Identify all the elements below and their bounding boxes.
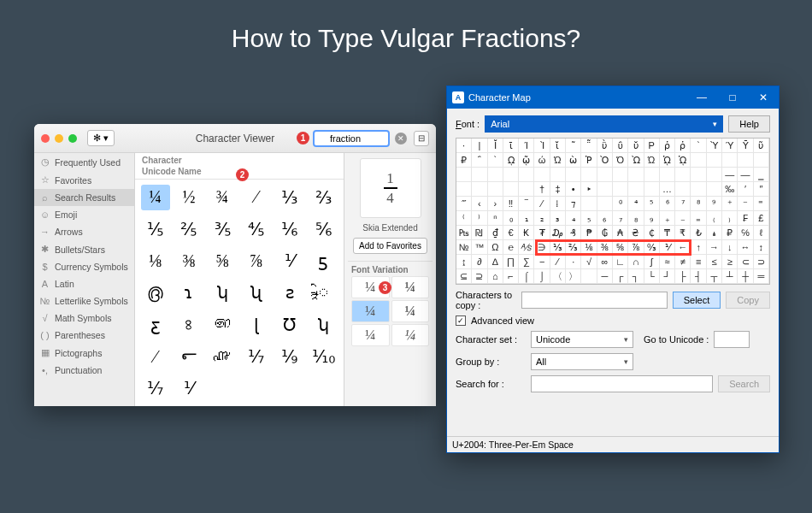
charmap-cell[interactable]: ≈ (660, 255, 675, 269)
font-select[interactable]: Arial (485, 115, 723, 133)
char-cell[interactable]: ⅟ (275, 248, 304, 274)
charmap-cell[interactable]: ⅟ (660, 240, 675, 255)
charmap-cell[interactable] (472, 168, 487, 182)
charmap-cell[interactable]: ⁶ (660, 197, 675, 211)
charmap-cell[interactable]: ⌐ (503, 269, 519, 284)
sidebar-item-frequently-used[interactable]: ◷Frequently Used (34, 153, 134, 171)
charmap-cell[interactable]: ₋ (675, 211, 691, 226)
charmap-cell[interactable]: ῁ (581, 139, 597, 153)
char-cell[interactable]: ɭ (242, 312, 271, 338)
charmap-cell[interactable]: ↨ (456, 255, 472, 269)
charmap-cell[interactable]: Ύ (722, 139, 738, 153)
charmap-cell[interactable]: ⁾ (472, 211, 487, 226)
charmap-cell[interactable]: ῤ (675, 139, 691, 153)
char-cell[interactable]: ൷ (208, 344, 237, 369)
gear-menu-button[interactable]: ✻ ▾ (87, 130, 115, 146)
charmap-cell[interactable]: ₼ (707, 226, 722, 240)
charmap-cell[interactable]: ⅞ (628, 240, 644, 255)
char-cell[interactable]: ⅜ (174, 248, 203, 274)
charmap-cell[interactable]: ⅔ (566, 240, 581, 255)
char-cell[interactable]: ൫ (141, 280, 170, 305)
charmap-cell[interactable]: ₎ (722, 211, 738, 226)
charmap-cell[interactable] (754, 153, 769, 168)
collapse-icon[interactable]: ⊟ (414, 131, 429, 146)
charmap-cell[interactable]: ₁ (519, 211, 534, 226)
charmap-cell[interactable]: ₽ (456, 153, 472, 168)
charmap-cell[interactable]: ≠ (675, 255, 691, 269)
charmap-cell[interactable]: ┐ (628, 269, 644, 284)
charmap-cell[interactable] (675, 182, 691, 197)
char-cell[interactable]: ⅗ (208, 216, 237, 242)
font-variation-cell[interactable]: ¼ (391, 300, 430, 322)
charmap-cell[interactable]: ὼ (566, 153, 581, 168)
charmap-cell[interactable]: 〉 (566, 269, 581, 284)
char-cell[interactable]: ƹ (141, 312, 170, 338)
charmap-cell[interactable]: ⁰ (613, 197, 628, 211)
charmap-cell[interactable]: ‴ (456, 197, 472, 211)
clear-search-icon[interactable]: ✕ (395, 133, 407, 144)
charmap-cell[interactable]: … (660, 182, 675, 197)
charmap-cell[interactable] (613, 182, 628, 197)
charset-select[interactable]: Unicode (531, 331, 633, 348)
char-cell[interactable]: Ʊ (275, 312, 304, 338)
charmap-cell[interactable]: ₵ (644, 226, 660, 240)
help-button[interactable]: Help (728, 115, 770, 133)
charmap-cell[interactable]: | (472, 139, 487, 153)
chars-to-copy-input[interactable] (521, 292, 668, 309)
charmap-cell[interactable]: ‣ (581, 182, 597, 197)
charmap-cell[interactable]: ∙ (566, 255, 581, 269)
charmap-cell[interactable]: ≥ (722, 255, 738, 269)
charmap-cell[interactable] (597, 182, 613, 197)
char-cell[interactable]: ൳ (174, 344, 203, 369)
charmap-cell[interactable]: ∟ (613, 255, 628, 269)
charmap-cell[interactable]: ⁽ (456, 211, 472, 226)
charmap-cell[interactable] (628, 182, 644, 197)
charmap-cell[interactable]: ₲ (597, 226, 613, 240)
charmap-cell[interactable]: ₸ (660, 226, 675, 240)
charmap-cell[interactable]: ┴ (722, 269, 738, 284)
close-icon[interactable]: ✕ (748, 86, 779, 109)
charmap-cell[interactable] (644, 182, 660, 197)
charmap-cell[interactable]: ┬ (707, 269, 722, 284)
font-variation-cell[interactable]: ¼ (351, 324, 390, 346)
sidebar-item-emoji[interactable]: ☺Emoji (34, 206, 134, 223)
charmap-cell[interactable]: ┘ (660, 269, 675, 284)
char-cell[interactable]: ⅝ (208, 248, 237, 274)
charmap-cell[interactable]: ⅍ (519, 240, 534, 255)
sidebar-item-arrows[interactable]: →Arrows (34, 223, 134, 240)
char-cell[interactable]: ¼ (141, 185, 170, 210)
add-to-favorites-button[interactable]: Add to Favorites (353, 238, 427, 254)
charmap-cell[interactable]: ⊇ (472, 269, 487, 284)
char-cell[interactable]: ƽ (309, 248, 338, 274)
charmap-cell[interactable]: ↔ (738, 240, 753, 255)
charmap-cell[interactable]: › (488, 197, 503, 211)
char-cell[interactable]: ⁄ (242, 185, 271, 210)
charmap-cell[interactable]: ↑ (691, 240, 706, 255)
charmap-cell[interactable]: Ί (519, 139, 534, 153)
charmap-cell[interactable]: ₈ (628, 211, 644, 226)
charmap-cell[interactable]: Ὺ (707, 139, 722, 153)
char-cell[interactable]: ෨ (208, 312, 237, 338)
charmap-cell[interactable]: ⅝ (613, 240, 628, 255)
charmap-cell[interactable]: ΰ (613, 139, 628, 153)
charmap-cell[interactable]: ∑ (519, 255, 534, 269)
charmap-cell[interactable] (456, 182, 472, 197)
charmap-cell[interactable]: ′ (738, 182, 753, 197)
minimize-icon[interactable]: — (686, 86, 717, 109)
charmap-cell[interactable] (707, 153, 722, 168)
charmap-cell[interactable]: Ὸ (597, 153, 613, 168)
charmap-cell[interactable]: ῦ (754, 139, 769, 153)
charmap-cell[interactable]: ῐ (550, 139, 566, 153)
charmap-cell[interactable] (519, 182, 534, 197)
charmap-cell[interactable]: № (456, 240, 472, 255)
charmap-cell[interactable] (644, 168, 660, 182)
char-cell[interactable]: ¾ (208, 185, 237, 210)
char-cell[interactable]: ⅞ (242, 248, 271, 274)
zoom-icon[interactable] (68, 134, 77, 143)
charmap-cell[interactable]: ₂ (534, 211, 550, 226)
charmap-cell[interactable] (722, 153, 738, 168)
charmap-cell[interactable]: ⅓ (550, 240, 566, 255)
sidebar-item-search-results[interactable]: ⌕Search Results (34, 189, 134, 206)
charmap-cell[interactable]: ₀ (503, 211, 519, 226)
charmap-cell[interactable] (660, 168, 675, 182)
